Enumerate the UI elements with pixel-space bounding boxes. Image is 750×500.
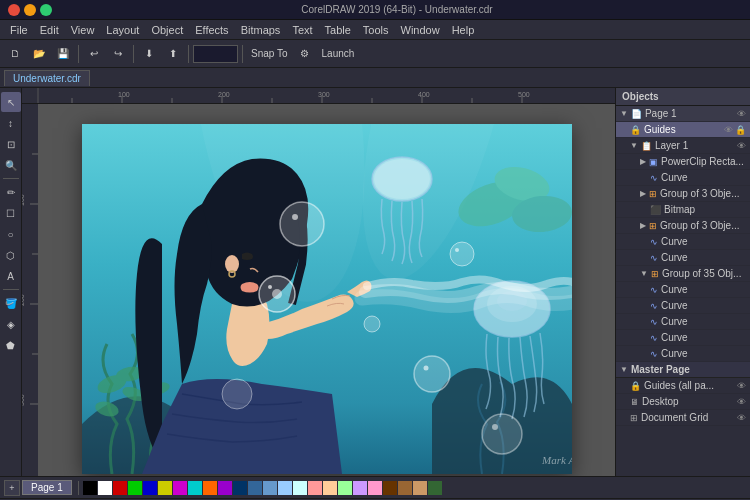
new-button[interactable]: 🗋 [4,43,26,65]
launch-btn[interactable]: Launch [318,43,359,65]
svg-rect-17 [22,104,38,476]
color-tan[interactable] [398,481,412,495]
layer1-icon: 📋 [641,141,652,151]
master-page-header[interactable]: ▼ Master Page [616,362,750,378]
snap-to-btn[interactable]: Snap To [247,43,292,65]
menu-table[interactable]: Table [319,24,357,36]
color-green[interactable] [128,481,142,495]
menu-bitmaps[interactable]: Bitmaps [235,24,287,36]
color-lavender[interactable] [353,481,367,495]
menu-object[interactable]: Object [145,24,189,36]
color-orange[interactable] [203,481,217,495]
guides-lock[interactable]: 🔒 [735,125,746,135]
desktop-item[interactable]: 🖥 Desktop 👁 [616,394,750,410]
curve6-item[interactable]: ∿ Curve [616,314,750,330]
settings-btn[interactable]: ⚙ [294,43,316,65]
guides-eye[interactable]: 👁 [724,125,733,135]
transform-tool[interactable]: ↕ [1,113,21,133]
guides-item[interactable]: 🔒 Guides 👁 🔒 [616,122,750,138]
curve8-item[interactable]: ∿ Curve [616,346,750,362]
curve5-item[interactable]: ∿ Curve [616,298,750,314]
menu-tools[interactable]: Tools [357,24,395,36]
layer1-item[interactable]: ▼ 📋 Layer 1 👁 [616,138,750,154]
doc-tab[interactable]: Underwater.cdr [4,70,90,86]
color-peach[interactable] [323,481,337,495]
color-paleblue[interactable] [278,481,292,495]
color-forest[interactable] [428,481,442,495]
menu-text[interactable]: Text [286,24,318,36]
menu-layout[interactable]: Layout [100,24,145,36]
svg-text:500: 500 [518,91,530,98]
menu-effects[interactable]: Effects [189,24,234,36]
color-pink[interactable] [308,481,322,495]
doc-grid-item[interactable]: ⊞ Document Grid 👁 [616,410,750,426]
curve1-item[interactable]: ∿ Curve [616,170,750,186]
color-lightblue[interactable] [263,481,277,495]
doc-grid-eye[interactable]: 👁 [737,413,746,423]
menu-file[interactable]: File [4,24,34,36]
maximize-button[interactable] [40,4,52,16]
menu-help[interactable]: Help [446,24,481,36]
color-red[interactable] [113,481,127,495]
group3b-item[interactable]: ▶ ⊞ Group of 3 Obje... [616,218,750,234]
color-midblue[interactable] [248,481,262,495]
color-sand[interactable] [413,481,427,495]
svg-point-48 [280,202,324,246]
color-white[interactable] [98,481,112,495]
desktop-eye[interactable]: 👁 [737,397,746,407]
import-button[interactable]: ⬇ [138,43,160,65]
curve4-icon: ∿ [650,285,658,295]
eyedropper-tool[interactable]: ◈ [1,314,21,334]
zoom-tool[interactable]: 🔍 [1,155,21,175]
redo-button[interactable]: ↪ [107,43,129,65]
color-mint[interactable] [338,481,352,495]
add-page-btn[interactable]: + [4,480,20,496]
page1-item[interactable]: ▼ 📄 Page 1 👁 [616,106,750,122]
layer1-eye[interactable]: 👁 [737,141,746,151]
outline-tool[interactable]: ⬟ [1,335,21,355]
color-yellow[interactable] [158,481,172,495]
crop-tool[interactable]: ⊡ [1,134,21,154]
powerclip-item[interactable]: ▶ ▣ PowerClip Recta... [616,154,750,170]
select-tool[interactable]: ↖ [1,92,21,112]
group35-item[interactable]: ▼ ⊞ Group of 35 Obj... [616,266,750,282]
ellipse-tool[interactable]: ○ [1,224,21,244]
text-tool[interactable]: A [1,266,21,286]
color-rose[interactable] [368,481,382,495]
canvas-content[interactable]: Mark Ant [38,104,615,476]
guides-all-eye[interactable]: 👁 [737,381,746,391]
curve7-item[interactable]: ∿ Curve [616,330,750,346]
guides-all-item[interactable]: 🔒 Guides (all pa... 👁 [616,378,750,394]
polygon-tool[interactable]: ⬡ [1,245,21,265]
group35-arrow: ▼ [640,269,648,278]
curve4-item[interactable]: ∿ Curve [616,282,750,298]
rectangle-tool[interactable]: ☐ [1,203,21,223]
close-button[interactable] [8,4,20,16]
color-blue[interactable] [143,481,157,495]
page1-eye[interactable]: 👁 [737,109,746,119]
curve3-item[interactable]: ∿ Curve [616,250,750,266]
menu-window[interactable]: Window [395,24,446,36]
color-aqua[interactable] [293,481,307,495]
menu-view[interactable]: View [65,24,101,36]
undo-button[interactable]: ↩ [83,43,105,65]
color-brown[interactable] [383,481,397,495]
zoom-input[interactable]: 180% [193,45,238,63]
group3a-item[interactable]: ▶ ⊞ Group of 3 Obje... [616,186,750,202]
color-black[interactable] [83,481,97,495]
save-button[interactable]: 💾 [52,43,74,65]
curve2-item[interactable]: ∿ Curve [616,234,750,250]
page1-tab[interactable]: Page 1 [22,480,72,495]
color-cyan[interactable] [188,481,202,495]
fill-tool[interactable]: 🪣 [1,293,21,313]
export-button[interactable]: ⬆ [162,43,184,65]
bitmap-item[interactable]: ⬛ Bitmap [616,202,750,218]
menu-edit[interactable]: Edit [34,24,65,36]
color-magenta[interactable] [173,481,187,495]
minimize-button[interactable] [24,4,36,16]
color-darkblue[interactable] [233,481,247,495]
window-controls[interactable] [8,4,52,16]
open-button[interactable]: 📂 [28,43,50,65]
freehand-tool[interactable]: ✏ [1,182,21,202]
color-purple[interactable] [218,481,232,495]
